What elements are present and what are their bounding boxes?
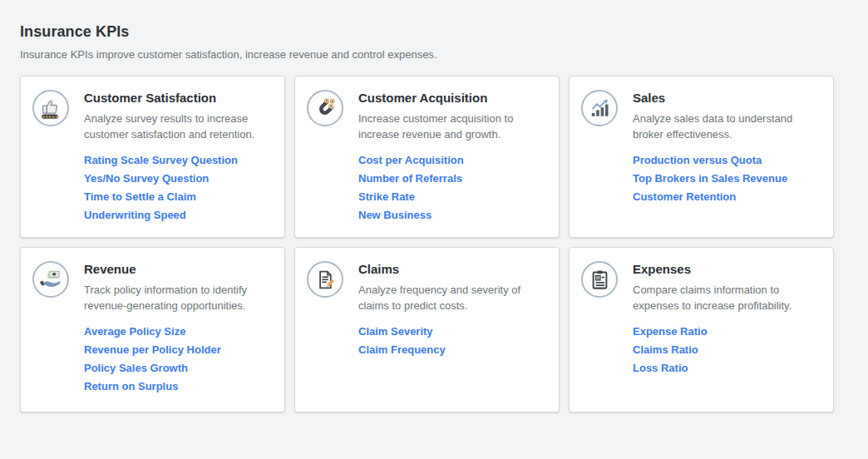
kpi-link[interactable]: Loss Ratio: [633, 363, 688, 373]
kpi-card: Sales Analyze sales data to understand b…: [569, 76, 834, 238]
card-title: Expenses: [633, 262, 820, 276]
kpi-link[interactable]: Customer Retention: [633, 191, 736, 202]
card-description: Analyze sales data to understand broker …: [633, 111, 820, 142]
card-body: Revenue Track policy information to iden…: [84, 259, 271, 399]
kpi-link[interactable]: Policy Sales Growth: [84, 363, 188, 373]
kpi-link[interactable]: Yes/No Survey Question: [84, 173, 209, 184]
card-title: Customer Acquisition: [358, 91, 545, 105]
kpi-card: Claims Analyze frequency and severity of…: [294, 247, 560, 412]
thumbs-up-rating-icon: [40, 97, 62, 120]
insurance-kpis-page: Insurance KPIs Insurance KPIs improve cu…: [0, 0, 868, 459]
page-header: Insurance KPIs Insurance KPIs improve cu…: [0, 0, 868, 61]
page-subtitle: Insurance KPIs improve customer satisfac…: [20, 48, 848, 61]
kpi-link[interactable]: Average Policy Size: [84, 326, 185, 337]
card-body: Customer Satisfaction Analyze survey res…: [84, 87, 271, 228]
card-description: Analyze survey results to increase custo…: [84, 111, 271, 142]
kpi-link[interactable]: Rating Scale Survey Question: [84, 155, 238, 165]
card-icon-circle: [581, 261, 618, 298]
kpi-link[interactable]: Strike Rate: [358, 191, 415, 202]
kpi-link-list: Claim SeverityClaim Frequency: [358, 326, 545, 363]
kpi-link[interactable]: Revenue per Policy Holder: [84, 344, 221, 355]
kpi-card: Customer Acquisition Increase customer a…: [294, 76, 560, 238]
dollar-clipboard-icon: [589, 269, 611, 291]
card-title: Revenue: [84, 262, 271, 276]
magnet-attracting-customers-icon: [314, 97, 337, 120]
kpi-card: Revenue Track policy information to iden…: [20, 247, 285, 412]
kpi-link-list: Rating Scale Survey QuestionYes/No Surve…: [84, 155, 271, 228]
card-description: Analyze frequency and severity of claims…: [358, 282, 545, 313]
kpi-link-list: Expense RatioClaims RatioLoss Ratio: [633, 326, 820, 381]
kpi-card-grid: Customer Satisfaction Analyze survey res…: [20, 76, 834, 412]
hand-holding-money-icon: [40, 269, 62, 291]
card-icon-circle: [307, 90, 343, 126]
card-description: Compare claims information to expenses t…: [633, 282, 820, 313]
document-with-pencil-icon: [314, 269, 337, 291]
card-icon-circle: [32, 261, 69, 298]
card-title: Claims: [358, 262, 545, 276]
bar-chart-growth-icon: [589, 97, 611, 120]
kpi-link-list: Production versus QuotaTop Brokers in Sa…: [633, 155, 820, 210]
card-body: Sales Analyze sales data to understand b…: [633, 87, 820, 210]
card-icon-circle: [581, 90, 618, 126]
card-icon-circle: [307, 261, 343, 298]
card-description: Track policy information to identify rev…: [84, 282, 271, 313]
card-body: Customer Acquisition Increase customer a…: [358, 87, 545, 228]
card-icon-circle: [32, 90, 69, 126]
card-description: Increase customer acquisition to increas…: [358, 111, 545, 142]
card-title: Customer Satisfaction: [84, 91, 271, 105]
kpi-link[interactable]: Claim Severity: [358, 326, 433, 337]
kpi-link[interactable]: Underwriting Speed: [84, 210, 186, 220]
kpi-link-list: Average Policy SizeRevenue per Policy Ho…: [84, 326, 271, 399]
kpi-link[interactable]: Claim Frequency: [358, 344, 446, 355]
card-body: Claims Analyze frequency and severity of…: [358, 259, 545, 363]
kpi-link[interactable]: Cost per Acquisition: [358, 155, 464, 165]
kpi-link[interactable]: Time to Settle a Claim: [84, 191, 196, 202]
page-title: Insurance KPIs: [20, 23, 848, 41]
kpi-link[interactable]: Production versus Quota: [633, 155, 762, 165]
kpi-link[interactable]: Claims Ratio: [633, 344, 698, 355]
card-title: Sales: [633, 91, 820, 105]
kpi-link[interactable]: Return on Surplus: [84, 381, 178, 392]
kpi-link[interactable]: New Business: [358, 210, 432, 220]
kpi-card: Expenses Compare claims information to e…: [569, 247, 834, 412]
kpi-link[interactable]: Expense Ratio: [633, 326, 708, 337]
kpi-card: Customer Satisfaction Analyze survey res…: [20, 76, 285, 238]
card-body: Expenses Compare claims information to e…: [633, 259, 820, 381]
kpi-link[interactable]: Number of Referrals: [358, 173, 462, 184]
kpi-link-list: Cost per AcquisitionNumber of ReferralsS…: [358, 155, 545, 228]
kpi-link[interactable]: Top Brokers in Sales Revenue: [633, 173, 787, 184]
